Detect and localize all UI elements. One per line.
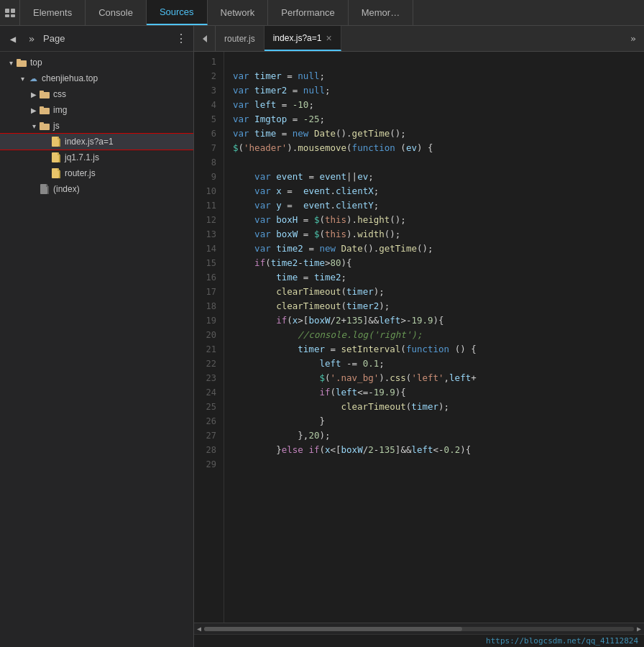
code-line-14: var time2 = new Date().getTime(); (233, 242, 644, 256)
folder-open-icon (39, 120, 50, 132)
code-line-20: //console.log('right'); (233, 328, 644, 342)
js-file-icon (50, 168, 62, 179)
code-line-4: var left = -10; (233, 98, 644, 112)
tree-item-domain[interactable]: ▾ ☁ chenjiehua.top (0, 70, 193, 86)
chevron-down-icon: ▾ (6, 59, 16, 67)
tab-console[interactable]: Console (86, 0, 147, 25)
code-line-11: var y = event.clientY; (233, 198, 644, 213)
scroll-track[interactable] (204, 627, 634, 631)
tree-item-top[interactable]: ▾ top (0, 55, 193, 70)
tree-label-jqjs: jq1.7.1.js (65, 152, 99, 162)
code-line-28: }else if(x<[boxW/2-135]&&left<-0.2){ (233, 443, 644, 457)
code-tab-label-routerjs: router.js (224, 34, 255, 44)
tree-label-indexjs: index.js?a=1 (65, 137, 114, 147)
js-file-icon (50, 136, 62, 147)
code-tab-nav-btn[interactable] (194, 26, 216, 51)
tree-item-routerjs[interactable]: router.js (0, 165, 193, 181)
svg-rect-1 (11, 9, 15, 13)
code-tab-label-indexjs: index.js?a=1 (273, 33, 322, 43)
code-tab-indexjs[interactable]: index.js?a=1 × (264, 26, 341, 51)
tab-network[interactable]: Network (208, 0, 269, 25)
chevron-right-icon: ▶ (29, 91, 39, 98)
tree-item-img[interactable]: ▶ img (0, 102, 193, 118)
code-line-25: clearTimeout(timer); (233, 400, 644, 414)
cloud-icon: ☁ (27, 73, 39, 84)
sidebar-back-btn[interactable]: ◀ (6, 32, 20, 46)
scroll-right-arrow[interactable]: ▶ (637, 625, 641, 633)
svg-rect-7 (40, 91, 44, 93)
sidebar-more-btn[interactable]: » (24, 32, 39, 46)
tree-label-js: js (53, 121, 60, 131)
code-tab-more-btn[interactable]: » (622, 26, 644, 51)
devtools-top-tabs: Elements Console Sources Network Perform… (0, 0, 644, 26)
tab-performance[interactable]: Performance (268, 0, 348, 25)
tree-item-indexjs[interactable]: index.js?a=1 (0, 134, 193, 150)
code-line-2: var timer = null; (233, 69, 644, 83)
code-line-6: var time = new Date().getTime(); (233, 127, 644, 141)
sidebar-tree: ▾ top ▾ ☁ chenjiehua.top ▶ css (0, 52, 193, 647)
chevron-right-icon: ▶ (29, 106, 39, 114)
folder-icon (39, 88, 50, 100)
tree-item-css[interactable]: ▶ css (0, 86, 193, 102)
tree-label-css: css (53, 89, 66, 99)
code-line-5: var Imgtop = -25; (233, 112, 644, 127)
code-content[interactable]: var timer = null;var timer2 = null;var l… (224, 52, 644, 623)
code-line-23: $('.nav_bg').css('left',left+ (233, 371, 644, 385)
tree-label-routerjs: router.js (65, 168, 96, 178)
code-line-29 (233, 457, 644, 472)
svg-rect-0 (5, 9, 9, 13)
devtools-icon-btn[interactable] (0, 0, 20, 25)
svg-rect-11 (40, 122, 44, 124)
svg-rect-6 (40, 92, 50, 98)
code-line-9: var event = event||ev; (233, 170, 644, 184)
code-editor: 1234567891011121314151617181920212223242… (194, 52, 644, 623)
code-panel: router.js index.js?a=1 × » 1234567891011… (194, 26, 644, 647)
code-line-17: clearTimeout(timer); (233, 285, 644, 299)
code-line-24: if(left<=-19.9){ (233, 385, 644, 400)
svg-rect-10 (40, 124, 50, 130)
code-line-16: time = time2; (233, 270, 644, 285)
code-line-27: },20); (233, 428, 644, 443)
tree-label-domain: chenjiehua.top (42, 73, 98, 83)
sidebar-menu-btn[interactable]: ⋮ (175, 32, 188, 45)
tree-label-index: (index) (53, 184, 80, 194)
code-tabs: router.js index.js?a=1 × » (194, 26, 644, 52)
svg-rect-2 (5, 14, 9, 17)
code-line-26: } (233, 414, 644, 428)
scroll-left-arrow[interactable]: ◀ (197, 625, 201, 633)
sidebar-header-left: ◀ » Page (6, 32, 65, 46)
tree-item-index[interactable]: (index) (0, 181, 193, 197)
chevron-down-icon: ▾ (29, 122, 39, 130)
code-line-13: var boxW = $(this).width(); (233, 227, 644, 242)
sidebar: ◀ » Page ⋮ ▾ top ▾ ☁ chenjiehua.top (0, 26, 194, 647)
page-label: Page (43, 33, 65, 44)
svg-rect-8 (40, 108, 50, 114)
svg-marker-24 (203, 35, 207, 42)
sidebar-header: ◀ » Page ⋮ (0, 26, 193, 52)
main-layout: ◀ » Page ⋮ ▾ top ▾ ☁ chenjiehua.top (0, 26, 644, 647)
svg-rect-4 (17, 60, 27, 67)
code-line-3: var timer2 = null; (233, 83, 644, 98)
code-line-10: var x = event.clientX; (233, 184, 644, 198)
code-line-19: if(x>[boxW/2+135]&&left>-19.9){ (233, 313, 644, 328)
code-line-21: timer = setInterval(function () { (233, 342, 644, 357)
svg-rect-5 (17, 59, 21, 61)
scroll-thumb[interactable] (204, 627, 462, 631)
code-line-7: $('header').mousemove(function (ev) { (233, 141, 644, 155)
folder-icon (39, 104, 50, 116)
code-line-12: var boxH = $(this).height(); (233, 213, 644, 227)
code-tab-routerjs[interactable]: router.js (216, 26, 264, 51)
code-tab-close-btn[interactable]: × (326, 32, 331, 44)
horizontal-scrollbar[interactable]: ◀ ▶ (194, 623, 644, 634)
code-line-22: left -= 0.1; (233, 357, 644, 371)
html-file-icon (39, 183, 50, 195)
tab-elements[interactable]: Elements (20, 0, 86, 25)
folder-icon (16, 57, 27, 68)
js-file-icon (50, 152, 62, 163)
code-line-18: clearTimeout(timer2); (233, 299, 644, 313)
watermark-text: https://blogcsdm.net/qq_41112824 (486, 636, 638, 646)
tree-item-js[interactable]: ▾ js (0, 118, 193, 134)
tree-item-jqjs[interactable]: jq1.7.1.js (0, 150, 193, 165)
tab-sources[interactable]: Sources (147, 0, 208, 25)
tab-memory[interactable]: Memor… (349, 0, 413, 25)
